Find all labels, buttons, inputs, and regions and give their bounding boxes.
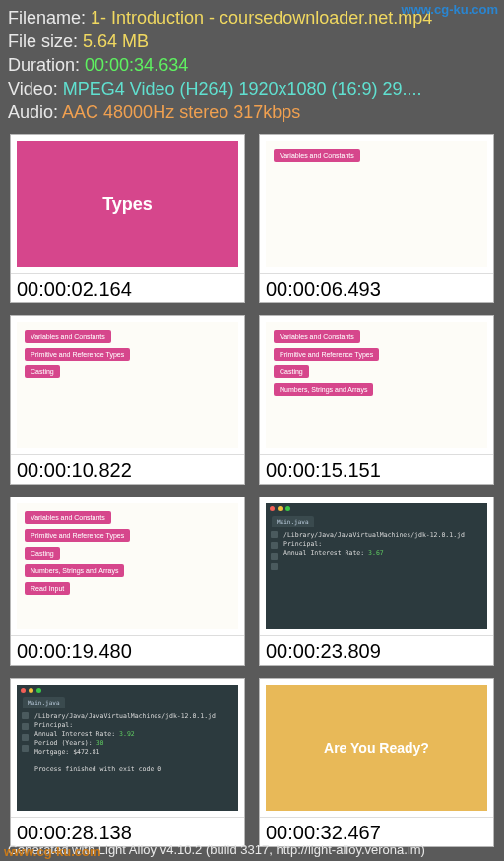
meta-filesize: File size: 5.64 MB [8, 30, 496, 53]
bullet-item: Primitive and Reference Types [25, 348, 130, 361]
bullet-item: Variables and Constants [25, 511, 111, 524]
watermark-top: www.cg-ku.com [402, 2, 498, 17]
maximize-icon [36, 688, 41, 693]
thumbnail-frame: Types [11, 135, 244, 273]
thumbnail-cell: Main.java /Library/Java/JavaVirtualMachi… [259, 497, 494, 666]
thumbnail-frame: Main.java /Library/Java/JavaVirtualMachi… [260, 497, 493, 635]
meta-value: 1- Introduction - coursedownloader.net.m… [91, 8, 432, 28]
editor-tab: Main.java [272, 516, 314, 527]
timecode: 00:00:23.809 [260, 635, 493, 665]
timecode: 00:00:15.151 [260, 454, 493, 484]
thumbnail-frame: Are You Ready? [260, 679, 493, 817]
bullet-item: Numbers, Strings and Arrays [274, 383, 373, 396]
meta-value: 5.64 MB [83, 32, 149, 51]
bullet-item: Casting [25, 547, 60, 560]
meta-label: File size: [8, 32, 78, 51]
thumbnail-grid: Types 00:00:02.164 Variables and Constan… [0, 134, 504, 847]
meta-label: Filename: [8, 8, 86, 28]
meta-label: Duration: [8, 55, 80, 75]
tool-side-icons [19, 712, 31, 752]
tool-icon [271, 553, 278, 560]
thumbnail-cell: Are You Ready? 00:00:32.467 [259, 678, 494, 847]
bullet-item: Variables and Constants [274, 149, 360, 162]
terminal-output: /Library/Java/JavaVirtualMachines/jdk-12… [284, 531, 485, 558]
file-metadata: Filename: 1- Introduction - coursedownlo… [0, 0, 504, 134]
minimize-icon [278, 506, 283, 511]
tool-icon [22, 712, 29, 719]
bullet-item: Casting [25, 365, 60, 378]
meta-video: Video: MPEG4 Video (H264) 1920x1080 (16:… [8, 77, 496, 100]
tool-side-icons [268, 531, 280, 570]
meta-label: Video: [8, 79, 58, 99]
slide-ready: Are You Ready? [266, 685, 487, 811]
bullet-item: Casting [274, 365, 309, 378]
window-traffic-lights [270, 506, 290, 511]
thumbnail-cell: Variables and Constants Primitive and Re… [259, 315, 494, 485]
meta-value: 00:00:34.634 [85, 55, 188, 75]
meta-duration: Duration: 00:00:34.634 [8, 53, 496, 77]
thumbnail-frame: Variables and Constants Primitive and Re… [260, 316, 493, 454]
slide-bullets: Variables and Constants Primitive and Re… [17, 503, 238, 629]
slide-bullets: Variables and Constants Primitive and Re… [17, 322, 238, 448]
thumbnail-frame: Variables and Constants Primitive and Re… [11, 497, 244, 635]
tool-icon [271, 531, 278, 538]
terminal-output: /Library/Java/JavaVirtualMachines/jdk-12… [34, 712, 236, 774]
bullet-item: Variables and Constants [25, 330, 111, 343]
timecode: 00:00:19.480 [11, 635, 244, 665]
meta-value: AAC 48000Hz stereo 317kbps [62, 102, 300, 122]
bullet-item: Numbers, Strings and Arrays [25, 564, 124, 577]
window-traffic-lights [21, 688, 41, 693]
timecode: 00:00:10.822 [11, 454, 244, 484]
thumbnail-cell: Types 00:00:02.164 [10, 134, 245, 303]
thumbnail-cell: Variables and Constants Primitive and Re… [10, 315, 245, 485]
bullet-item: Read Input [25, 582, 70, 595]
slide-terminal: Main.java /Library/Java/JavaVirtualMachi… [266, 503, 487, 629]
slide-types: Types [17, 141, 238, 267]
bullet-item: Primitive and Reference Types [25, 529, 130, 542]
thumbnail-frame: Variables and Constants [260, 135, 493, 273]
maximize-icon [285, 506, 290, 511]
slide-title: Types [102, 194, 153, 215]
watermark-bottom: www.cg-ku.com [4, 844, 100, 859]
tool-icon [271, 542, 278, 549]
slide-terminal: Main.java /Library/Java/JavaVirtualMachi… [17, 685, 238, 811]
tool-icon [22, 734, 29, 741]
tool-icon [22, 723, 29, 730]
bullet-item: Primitive and Reference Types [274, 348, 379, 361]
slide-title: Are You Ready? [324, 740, 429, 756]
meta-label: Audio: [8, 102, 58, 122]
timecode: 00:00:02.164 [11, 273, 244, 302]
editor-tab: Main.java [23, 697, 65, 708]
thumbnail-cell: Variables and Constants Primitive and Re… [10, 497, 245, 666]
tool-icon [22, 745, 29, 752]
meta-value: MPEG4 Video (H264) 1920x1080 (16:9) 29..… [63, 79, 422, 99]
thumbnail-frame: Main.java /Library/Java/JavaVirtualMachi… [11, 679, 244, 817]
meta-audio: Audio: AAC 48000Hz stereo 317kbps [8, 100, 496, 124]
bullet-item: Variables and Constants [274, 330, 360, 343]
timecode: 00:00:06.493 [260, 273, 493, 302]
minimize-icon [29, 688, 33, 693]
slide-bullets: Variables and Constants Primitive and Re… [266, 322, 487, 448]
slide-bullets: Variables and Constants [266, 141, 487, 267]
close-icon [270, 506, 275, 511]
tool-icon [271, 563, 278, 570]
thumbnail-cell: Variables and Constants 00:00:06.493 [259, 134, 494, 303]
thumbnail-frame: Variables and Constants Primitive and Re… [11, 316, 244, 454]
close-icon [21, 688, 26, 693]
thumbnail-cell: Main.java /Library/Java/JavaVirtualMachi… [10, 678, 245, 847]
